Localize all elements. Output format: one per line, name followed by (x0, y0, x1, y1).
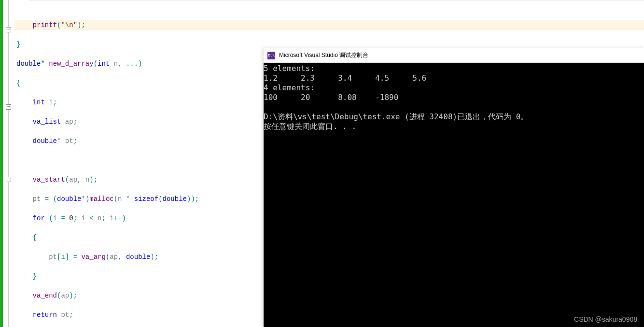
debug-console-window[interactable]: C:\ Microsoft Visual Studio 调试控制台 5 elem… (264, 48, 644, 327)
fold-icon[interactable]: − (6, 27, 11, 32)
fold-icon[interactable]: − (6, 177, 11, 182)
console-line: 1.2 2.3 3.4 4.5 5.6 (264, 73, 426, 83)
separator (29, 0, 644, 0)
vs-console-icon: C:\ (267, 52, 275, 59)
console-line: 4 elements: (264, 83, 315, 92)
fold-icon[interactable]: − (6, 104, 11, 110)
gutter-line (8, 0, 9, 327)
console-line: 5 elements: (264, 64, 315, 73)
console-title: Microsoft Visual Studio 调试控制台 (279, 51, 368, 59)
console-output[interactable]: 5 elements: 1.2 2.3 3.4 4.5 5.6 4 elemen… (264, 63, 644, 327)
console-line: 100 20 8.08 -1890 (264, 93, 398, 102)
console-line: 按任意键关闭此窗口. . . (264, 122, 356, 131)
console-titlebar[interactable]: C:\ Microsoft Visual Studio 调试控制台 (264, 48, 644, 63)
console-line: D:\资料\vs\test\Debug\test.exe (进程 32408)已… (264, 112, 528, 121)
code-line[interactable]: } (14, 40, 644, 49)
editor-gutter[interactable]: − − − (3, 0, 14, 327)
code-line[interactable]: printf("\n"); (14, 20, 644, 30)
